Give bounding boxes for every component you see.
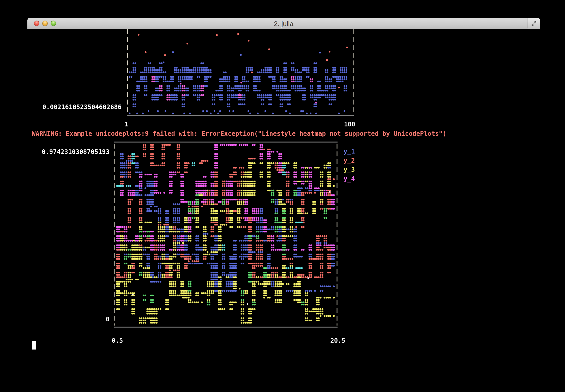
legend-label: y_1: [344, 148, 355, 155]
legend-item-y2: y_2: [344, 157, 355, 164]
legend-item-y1: y_1: [344, 148, 355, 155]
warning-message: WARNING: Example unicodeplots:9 failed w…: [32, 130, 446, 138]
terminal-cursor: [32, 341, 36, 350]
legend-item-y4: y_4: [344, 175, 355, 183]
plot2-x-min-label: 0.5: [112, 337, 123, 345]
plot2-x-max-label: 20.5: [330, 337, 345, 345]
plot1-x-max-label: 100: [344, 120, 355, 128]
legend-label: y_2: [344, 157, 355, 164]
plot1-y-label: 0.0021610523504602686: [43, 103, 122, 111]
plot2-y-max-label: 0.9742310308705193: [42, 148, 110, 156]
plot2-y-min-label: 0: [106, 315, 110, 323]
legend-label: y_3: [344, 166, 355, 173]
plot1-x-min-label: 1: [125, 120, 128, 128]
plots-canvas: [0, 0, 565, 392]
legend-item-y3: y_3: [344, 166, 355, 174]
legend-label: y_4: [344, 175, 355, 182]
